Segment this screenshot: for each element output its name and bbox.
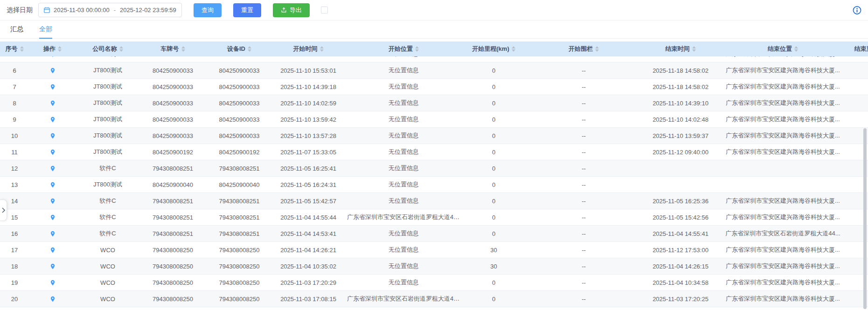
tab-summary[interactable]: 汇总	[10, 21, 23, 38]
column-header[interactable]: 序号	[0, 41, 29, 56]
cell-operation	[29, 132, 76, 140]
column-label: 设备ID	[227, 45, 245, 53]
location-pin-icon[interactable]	[49, 83, 56, 91]
location-pin-icon[interactable]	[49, 56, 56, 58]
column-header[interactable]: 结束时间	[643, 41, 718, 56]
column-header[interactable]: 车牌号	[139, 41, 206, 56]
sort-caret-icon[interactable]	[320, 46, 324, 52]
cell-company: JT800测试	[76, 180, 139, 189]
location-pin-icon[interactable]	[49, 148, 56, 156]
query-button[interactable]: 查询	[194, 3, 222, 17]
cell-end-time: 2025-11-10 13:59:37	[643, 132, 718, 139]
table-row: 7 JT800测试 804250900033 804250900033 2025…	[0, 79, 868, 95]
cell-start-mileage: 0	[463, 132, 524, 139]
cell-start-fence: --	[524, 230, 643, 237]
info-circle-icon[interactable]	[852, 5, 862, 15]
data-table: 序号 操作 公司名称 车牌号 设备ID 开始时间 开始位置 开始里程(km) 开…	[0, 41, 868, 309]
cell-end-location: 广东省深圳市宝安区建兴路海谷科技大厦...	[718, 115, 848, 124]
cell-company: WCO	[76, 247, 139, 254]
cell-start-time: 2025-11-10 13:59:42	[272, 116, 344, 123]
cell-start-time: 2025-11-05 16:24:31	[272, 181, 344, 188]
location-pin-icon[interactable]	[49, 116, 56, 124]
location-pin-icon[interactable]	[49, 181, 56, 189]
export-button[interactable]: 导出	[273, 3, 310, 17]
cell-start-fence: --	[524, 149, 643, 156]
column-header[interactable]: 开始位置	[344, 41, 463, 56]
tab-all[interactable]: 全部	[39, 21, 52, 38]
cell-start-mileage: 0	[463, 296, 524, 303]
location-pin-icon[interactable]	[49, 67, 56, 75]
cell-operation	[29, 295, 76, 303]
sort-caret-icon[interactable]	[181, 46, 185, 52]
cell-index: 7	[0, 83, 29, 90]
table-row: 11 JT800测试 804250900192 804250900192 202…	[0, 144, 868, 160]
sort-caret-icon[interactable]	[20, 46, 24, 52]
cell-end-location: 广东省深圳市宝安区建兴路海谷科技大厦...	[718, 131, 848, 140]
cell-device-id: 804250900192	[206, 149, 272, 156]
cell-company: JT800测试	[76, 115, 139, 124]
cell-device-id: 794308008251	[206, 165, 272, 172]
cell-device-id: 804250900033	[206, 116, 272, 123]
cell-operation	[29, 116, 76, 124]
export-checkbox[interactable]	[321, 7, 328, 14]
cell-index: 11	[0, 149, 29, 156]
location-pin-icon[interactable]	[49, 230, 56, 238]
cell-start-time: 2025-11-05 16:25:41	[272, 165, 344, 172]
table-row: 19 WCO 794308008250 794308008250 2025-11…	[0, 275, 868, 291]
cell-start-location: 无位置信息	[344, 115, 463, 124]
cell-operation	[29, 214, 76, 221]
export-button-label: 导出	[290, 6, 302, 14]
location-pin-icon[interactable]	[49, 279, 56, 287]
sort-caret-icon[interactable]	[595, 46, 599, 52]
cell-index: 9	[0, 116, 29, 123]
location-pin-icon[interactable]	[49, 165, 56, 172]
reset-button[interactable]: 重置	[233, 3, 261, 17]
cell-start-mileage: 0	[463, 165, 524, 172]
sort-caret-icon[interactable]	[794, 46, 798, 52]
column-header[interactable]: 开始围栏	[524, 41, 643, 56]
column-label: 结束里程(km)	[854, 45, 868, 53]
sort-caret-icon[interactable]	[512, 46, 515, 52]
cell-end-time: 2025-11-04 10:34:58	[643, 279, 718, 286]
cell-end-time: 2025-11-05 16:25:36	[643, 198, 718, 205]
sort-caret-icon[interactable]	[119, 46, 123, 52]
column-header[interactable]: 设备ID	[206, 41, 272, 56]
cell-operation	[29, 83, 76, 91]
location-pin-icon[interactable]	[49, 246, 56, 254]
location-pin-icon[interactable]	[49, 132, 56, 140]
column-header[interactable]: 开始里程(km)	[463, 41, 524, 56]
date-range-input[interactable]: 2025-11-03 00:00:00 - 2025-12-02 23:59:5…	[38, 3, 182, 17]
vertical-scrollbar-thumb[interactable]	[863, 128, 867, 309]
cell-start-time: 2025-11-03 17:20:29	[272, 279, 344, 286]
cell-company: WCO	[76, 296, 139, 303]
chevron-right-icon	[1, 207, 6, 214]
sort-caret-icon[interactable]	[692, 46, 696, 52]
column-header[interactable]: 操作	[29, 41, 76, 56]
table-row: 17 WCO 794308008250 794308008250 2025-11…	[0, 242, 868, 258]
location-pin-icon[interactable]	[49, 295, 56, 303]
panel-expand-toggle[interactable]	[0, 200, 7, 221]
location-pin-icon[interactable]	[49, 99, 56, 107]
column-header[interactable]: 开始时间	[272, 41, 344, 56]
cell-start-location: 无位置信息	[344, 83, 463, 91]
location-pin-icon[interactable]	[49, 214, 56, 221]
cell-index: 19	[0, 279, 29, 286]
cell-start-time: 2025-11-07 15:33:05	[272, 149, 344, 156]
cell-company: 软件C	[76, 213, 139, 221]
location-pin-icon[interactable]	[49, 197, 56, 205]
column-header[interactable]: 公司名称	[76, 41, 139, 56]
cell-start-time: 2025-11-04 14:55:44	[272, 214, 344, 221]
column-header[interactable]: 结束里程(km)	[848, 41, 868, 56]
cell-start-location: 无位置信息	[344, 229, 463, 238]
sort-caret-icon[interactable]	[58, 46, 62, 52]
cell-end-time: 2025-11-10 14:39:10	[643, 100, 718, 107]
cell-start-location: 无位置信息	[344, 246, 463, 254]
cell-start-mileage: 0	[463, 100, 524, 107]
sort-caret-icon[interactable]	[415, 46, 419, 52]
column-header[interactable]: 结束位置	[718, 41, 848, 56]
cell-end-location: 广东省深圳市宝安区建兴路海谷科技大厦...	[718, 56, 848, 58]
cell-operation	[29, 230, 76, 238]
sort-caret-icon[interactable]	[248, 46, 251, 52]
location-pin-icon[interactable]	[49, 262, 56, 270]
cell-company: WCO	[76, 263, 139, 270]
